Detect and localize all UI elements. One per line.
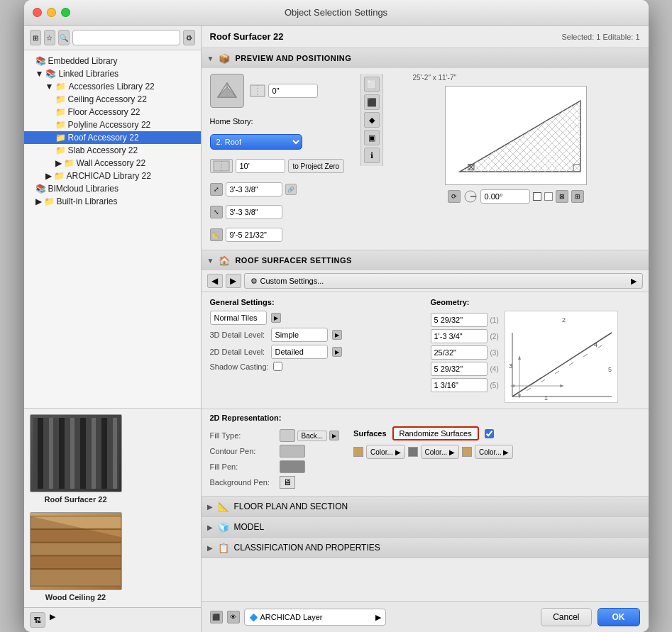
geo-input-4[interactable]	[431, 362, 488, 376]
surface-color-btn-3[interactable]: Color... ▶	[475, 445, 513, 459]
custom-settings-label: Custom Settings...	[260, 277, 324, 285]
tree-item-floor[interactable]: 📁 Floor Accessory 22	[24, 106, 201, 118]
geo-input-2[interactable]	[431, 329, 488, 343]
size-y-input[interactable]: 3'-3 3/8"	[226, 205, 282, 219]
expand-icon: ▶	[55, 158, 62, 168]
model-section[interactable]: ▶ 🧊 MODEL	[202, 517, 649, 538]
lock-icon[interactable]: 🔗	[285, 184, 297, 195]
surface-row-colors: Color... ▶ Color... ▶ Color... ▶	[353, 445, 513, 459]
window-title: Object Selection Settings	[285, 7, 387, 18]
geo-input-3[interactable]	[431, 345, 488, 360]
place-object-icon[interactable]: 🏗	[30, 612, 45, 628]
to-project-zero-btn[interactable]: to Project Zero	[288, 159, 345, 173]
rotation-input[interactable]: 0.00°	[480, 189, 530, 204]
tree-item-slab[interactable]: 📁 Slab Accessory 22	[24, 144, 201, 157]
fill-type-arrow[interactable]: ▶	[329, 431, 339, 440]
tree-item-linked[interactable]: ▼ 📚 Linked Libraries	[24, 67, 201, 80]
arrow-icon: ▶	[35, 196, 42, 206]
offset-input[interactable]: 0"	[268, 84, 318, 98]
angle-icon	[463, 189, 478, 204]
nav-prev-btn[interactable]: ◀	[207, 274, 223, 288]
tree-item-roof[interactable]: 📁 Roof Accessory 22	[24, 131, 201, 144]
right-header: Roof Surfacer 22 Selected: 1 Editable: 1	[202, 26, 649, 48]
tree-item-embedded[interactable]: 📚 Embedded Library	[24, 55, 201, 67]
tree-item-wall[interactable]: ▶ 📁 Wall Accessory 22	[24, 157, 201, 170]
randomize-btn[interactable]: Randomize Surfaces	[392, 426, 479, 440]
surface-swatch-1	[353, 447, 363, 457]
detail-3d-btn[interactable]: Simple	[271, 328, 328, 342]
fill-type-control: Back... ▶	[280, 429, 340, 442]
tree-item-polyline[interactable]: 📁 Polyline Accessory 22	[24, 118, 201, 131]
surface-color-btn-2[interactable]: Color... ▶	[421, 445, 459, 459]
mirror-icon[interactable]: ⊠	[556, 190, 568, 203]
size-z-input[interactable]: 9'-5 21/32"	[226, 228, 282, 242]
size-label: 25'-2" x 11'-7"	[392, 74, 457, 82]
layer-arrow: ▶	[375, 613, 381, 622]
home-story-select[interactable]: 2. Roof	[210, 134, 302, 150]
layer-selector[interactable]: 🔷 ARCHICAD Layer ▶	[244, 609, 386, 626]
custom-settings-btn[interactable]: ⚙ Custom Settings... ▶	[244, 273, 643, 289]
search-icon[interactable]: 🔍	[58, 30, 70, 45]
grid-icon[interactable]: ⊞	[30, 30, 41, 45]
arrow-icon: ▶	[45, 171, 52, 181]
fill-pen-swatch[interactable]	[280, 460, 305, 473]
tree-item-archicad[interactable]: ▶ 📁 ARCHICAD Library 22	[24, 170, 201, 182]
normal-tiles-arrow[interactable]: ▶	[271, 313, 281, 323]
tree-item-ceiling[interactable]: 📁 Ceiling Accessory 22	[24, 93, 201, 106]
floor-plan-section[interactable]: ▶ 📐 FLOOR PLAN AND SECTION	[202, 497, 649, 517]
geo-input-5[interactable]	[431, 378, 488, 392]
normal-tiles-btn[interactable]: Normal Tiles	[210, 311, 267, 325]
surface-color-btn-1[interactable]: Color... ▶	[366, 445, 404, 459]
contour-pen-swatch[interactable]	[280, 445, 305, 458]
view-icon-3[interactable]: ◆	[364, 112, 380, 128]
surfacer-title: ROOF SURFACER SETTINGS	[235, 256, 351, 265]
view-icon-5[interactable]: ℹ	[364, 148, 380, 163]
svg-text:2: 2	[562, 316, 566, 323]
cancel-button[interactable]: Cancel	[541, 608, 591, 626]
folder-icon: 📁	[44, 196, 55, 206]
star-icon[interactable]: ☆	[44, 30, 55, 45]
thumb-wood-ceiling[interactable]: Wood Ceiling 22	[30, 512, 122, 601]
maximize-button[interactable]	[61, 8, 70, 17]
surfacer-section-header[interactable]: ▼ 🏠 ROOF SURFACER SETTINGS	[202, 250, 649, 270]
view-icon-4[interactable]: ▣	[364, 130, 380, 145]
size-y-icon: ⤡	[210, 206, 223, 218]
thumb-roof-surfacer[interactable]: Roof Surfacer 22	[30, 414, 122, 504]
bg-pen-icon[interactable]: 🖥	[280, 476, 295, 489]
size-x-input[interactable]: 3'-3 3/8"	[226, 182, 282, 196]
detail-2d-btn[interactable]: Detailed	[271, 345, 328, 359]
tree-item-label: Ceiling Accessory 22	[68, 94, 147, 104]
rep-columns: Fill Type: Back... ▶ Contour Pen:	[210, 426, 640, 492]
project-zero-input[interactable]: 10'	[236, 159, 285, 173]
geo-input-1[interactable]	[431, 313, 488, 327]
place-label: ▶	[50, 612, 55, 628]
flip-icon[interactable]: ⊞	[571, 190, 584, 203]
search-input[interactable]	[72, 30, 180, 45]
ok-button[interactable]: OK	[597, 608, 640, 626]
eye-icon[interactable]: 👁	[227, 611, 240, 623]
fill-back-btn[interactable]: Back...	[297, 431, 328, 441]
settings-icon[interactable]: ⚙	[183, 30, 194, 45]
detail-3d-arrow[interactable]: ▶	[332, 330, 342, 340]
geo-num-2: (2)	[490, 333, 499, 340]
close-button[interactable]	[33, 8, 42, 17]
tree-item-accessories[interactable]: ▼ 📁 Accessories Library 22	[24, 80, 201, 93]
rotation-checkbox-2[interactable]	[544, 192, 553, 201]
detail-2d-arrow[interactable]: ▶	[332, 347, 342, 357]
preview-section-header[interactable]: ▼ 📦 PREVIEW AND POSITIONING	[202, 48, 649, 68]
shadow-checkbox[interactable]	[273, 362, 282, 371]
view-icon-1[interactable]: ⬜	[364, 77, 380, 92]
minimize-button[interactable]	[47, 8, 56, 17]
nav-next-btn[interactable]: ▶	[226, 274, 241, 288]
tree-item-builtin[interactable]: ▶ 📁 Built-in Libraries	[24, 195, 201, 208]
tree-item-label: Roof Accessory 22	[68, 133, 139, 143]
classification-section[interactable]: ▶ 📋 CLASSIFICATION AND PROPERTIES	[202, 538, 649, 558]
randomize-checkbox[interactable]	[485, 429, 494, 438]
bg-pen-label: Background Pen:	[210, 478, 274, 487]
view-icon-2[interactable]: ⬛	[364, 94, 380, 110]
left-panel: ⊞ ☆ 🔍 ⚙ 📚 Embedded Library ▼ 📚 Linked Li…	[24, 26, 202, 632]
tree-item-bimcloud[interactable]: 📚 BIMcloud Libraries	[24, 182, 201, 195]
rotation-checkbox-1[interactable]	[533, 192, 541, 201]
geometry-col: Geometry: (1) (2)	[431, 298, 640, 403]
custom-settings-arrow: ▶	[631, 277, 637, 286]
